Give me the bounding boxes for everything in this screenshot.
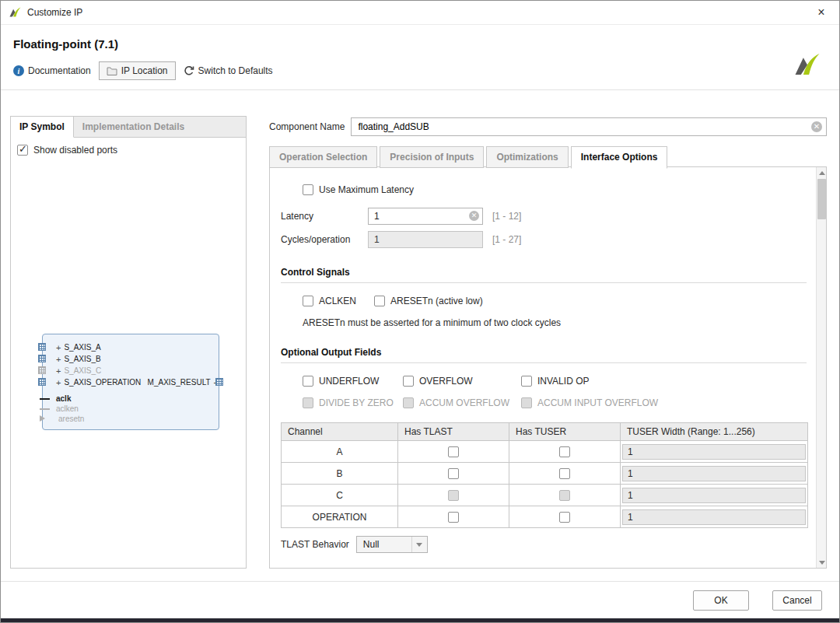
accum-input-overflow-checkbox — [521, 397, 532, 408]
window-title: Customize IP — [27, 7, 82, 18]
column-header-has-tuser: Has TUSER — [509, 423, 621, 441]
vertical-scrollbar[interactable] — [816, 167, 826, 568]
close-icon[interactable]: × — [811, 3, 831, 22]
tab-optimizations[interactable]: Optimizations — [486, 146, 568, 168]
port-row: + S_AXIS_A — [43, 341, 219, 353]
invalid-op-checkbox[interactable] — [521, 376, 532, 387]
latency-range: [1 - 12] — [492, 211, 521, 222]
port-row: + S_AXIS_OPERATION M_AXIS_RESULT + — [43, 376, 219, 388]
tuser-width-input — [622, 488, 806, 503]
port-label: aclken — [56, 404, 79, 413]
overflow-label: OVERFLOW — [419, 376, 473, 387]
ip-symbol-panel: IP Symbol Implementation Details Show di… — [10, 116, 247, 569]
switch-to-defaults-button[interactable]: Switch to Defaults — [184, 65, 273, 76]
has-tlast-checkbox[interactable] — [448, 512, 459, 523]
port-row: aresetn — [43, 414, 219, 424]
bus-interface-icon — [38, 355, 46, 362]
chevron-down-icon — [416, 543, 422, 547]
xilinx-logo — [793, 53, 821, 77]
scrollbar-thumb[interactable] — [817, 179, 826, 219]
port-label: S_AXIS_OPERATION — [64, 378, 141, 387]
has-tuser-checkbox[interactable] — [559, 446, 570, 457]
port-row: + S_AXIS_C — [43, 365, 219, 376]
invalid-op-label: INVALID OP — [537, 376, 589, 387]
folder-icon — [107, 66, 117, 75]
port-label: aresetn — [56, 415, 84, 423]
expand-port-icon[interactable]: + — [56, 344, 61, 352]
aresetn-checkbox[interactable] — [374, 296, 385, 306]
tlast-behavior-label: TLAST Behavior — [281, 539, 349, 550]
ip-symbol-diagram: + S_AXIS_A + S_AXIS_B + S_AXIS_C + S_AXI… — [42, 334, 219, 430]
port-label: S_AXIS_A — [64, 343, 100, 352]
column-header-tuser-width: TUSER Width (Range: 1...256) — [621, 423, 808, 441]
aclken-label: ACLKEN — [319, 296, 356, 306]
ip-location-button[interactable]: IP Location — [99, 61, 176, 80]
xilinx-logo-icon — [9, 7, 21, 18]
use-maximum-latency-checkbox[interactable] — [303, 184, 313, 195]
expand-port-icon[interactable]: + — [56, 355, 61, 363]
aresetn-note: ARESETn must be asserted for a minimum o… — [303, 317, 807, 328]
tab-interface-options[interactable]: Interface Options — [571, 146, 668, 169]
underflow-checkbox[interactable] — [303, 376, 313, 387]
tab-precision-of-inputs[interactable]: Precision of Inputs — [380, 146, 484, 168]
column-header-has-tlast: Has TLAST — [398, 423, 509, 441]
toolbar: i Documentation IP Location Switch to De… — [1, 55, 839, 90]
divide-by-zero-label: DIVIDE BY ZERO — [319, 397, 394, 408]
cycles-per-operation-input — [368, 231, 483, 248]
aclken-checkbox[interactable] — [303, 296, 313, 306]
ok-button[interactable]: OK — [693, 590, 749, 611]
tuser-width-input — [622, 509, 806, 525]
port-row: aclken — [43, 404, 219, 414]
use-maximum-latency-label: Use Maximum Latency — [319, 184, 414, 195]
table-row: B — [282, 463, 808, 485]
accum-overflow-checkbox — [403, 397, 414, 408]
port-label: S_AXIS_B — [64, 355, 100, 363]
tab-operation-selection[interactable]: Operation Selection — [269, 146, 377, 168]
control-signals-heading: Control Signals — [281, 267, 807, 283]
component-name-input[interactable] — [351, 117, 827, 136]
info-icon: i — [13, 65, 24, 76]
port-label: aclk — [56, 394, 71, 403]
expand-port-icon[interactable]: + — [56, 379, 61, 387]
tuser-width-input — [622, 466, 806, 481]
show-disabled-ports-checkbox[interactable] — [17, 145, 28, 156]
refresh-icon — [184, 65, 194, 76]
channel-cell: A — [282, 441, 398, 463]
port-label: M_AXIS_RESULT — [148, 378, 211, 387]
has-tlast-checkbox[interactable] — [448, 446, 459, 457]
port-row: + S_AXIS_B — [43, 353, 219, 365]
customize-ip-dialog: Customize IP × Floating-point (7.1) i Do… — [0, 0, 840, 623]
dialog-header: Floating-point (7.1) — [1, 25, 839, 55]
clear-icon[interactable]: ✕ — [469, 211, 479, 221]
channel-cell: OPERATION — [282, 506, 398, 528]
tab-implementation-details[interactable]: Implementation Details — [74, 117, 193, 137]
pin-icon — [40, 408, 50, 410]
scroll-up-icon[interactable] — [817, 167, 827, 178]
has-tlast-checkbox[interactable] — [448, 468, 459, 479]
channel-table: Channel Has TLAST Has TUSER TUSER Width … — [281, 422, 808, 528]
cancel-button[interactable]: Cancel — [772, 590, 822, 611]
ip-symbol-body: Show disabled ports + S_AXIS_A + S_AXIS_… — [11, 138, 246, 568]
expand-port-icon[interactable]: + — [56, 367, 61, 375]
component-name-label: Component Name — [269, 121, 345, 132]
has-tuser-checkbox[interactable] — [559, 468, 570, 479]
port-label: S_AXIS_C — [64, 366, 101, 375]
scroll-down-icon[interactable] — [817, 557, 827, 568]
overflow-checkbox[interactable] — [403, 376, 414, 387]
window-bottom-edge — [1, 618, 839, 622]
clear-icon[interactable]: ✕ — [811, 121, 822, 132]
bus-interface-icon — [38, 343, 46, 351]
tlast-behavior-value: Null — [357, 539, 411, 550]
dialog-footer: OK Cancel — [1, 581, 839, 618]
table-row: C — [282, 485, 808, 506]
latency-label: Latency — [281, 211, 368, 222]
bus-interface-icon — [215, 378, 223, 386]
has-tlast-checkbox — [448, 490, 459, 501]
tlast-behavior-dropdown[interactable]: Null — [356, 536, 428, 553]
documentation-button[interactable]: i Documentation — [13, 65, 91, 76]
has-tuser-checkbox[interactable] — [559, 512, 570, 523]
options-tabs: Operation Selection Precision of Inputs … — [269, 146, 827, 168]
tab-ip-symbol[interactable]: IP Symbol — [11, 117, 74, 138]
latency-input[interactable] — [368, 208, 483, 225]
main-panel: Component Name ✕ Operation Selection Pre… — [269, 117, 827, 569]
